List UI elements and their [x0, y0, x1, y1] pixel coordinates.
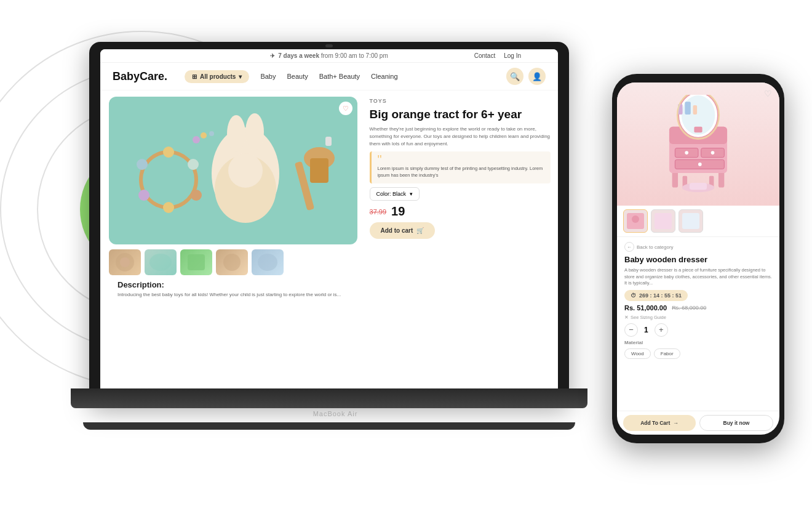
back-to-category-button[interactable]: ← Back to category [624, 242, 772, 252]
add-to-cart-button[interactable]: Add to cart 🛒 [370, 222, 436, 239]
svg-point-41 [685, 151, 688, 155]
phone-product-image: ♡ [617, 82, 779, 206]
schedule-icon: ✈ [270, 52, 275, 59]
svg-point-7 [228, 153, 263, 188]
svg-rect-26 [188, 254, 205, 270]
nav-cleaning[interactable]: Cleaning [371, 73, 397, 80]
phone-screen: ♡ ← Back to category Ba [617, 82, 779, 435]
thumbnail-1[interactable] [109, 249, 141, 275]
price-new-value: 19 [391, 204, 405, 218]
decrease-qty-button[interactable]: − [624, 323, 638, 337]
product-title: Big orange tract for 6+ year [370, 108, 551, 122]
laptop-bezel: ✈ 7 days a week from 9:00 am to 7:00 pm … [89, 42, 569, 405]
product-description: Whether they're just beginning to explor… [370, 126, 551, 148]
price-area: 37.99 19 [370, 204, 551, 219]
laptop-model-label: MacBook Air [313, 410, 358, 417]
topbar-contact-area: Contact Log In [474, 52, 521, 59]
product-category: TOYS [370, 98, 551, 104]
phone-bezel: ♡ ← Back to category Ba [612, 74, 784, 443]
wishlist-button[interactable]: ♡ [339, 102, 352, 115]
phone-price-row: Rs. 51,000.00 Rs. 68,000.00 [624, 304, 772, 312]
svg-rect-19 [325, 137, 332, 146]
arrow-right-icon: → [673, 420, 679, 426]
svg-point-12 [191, 190, 202, 201]
svg-rect-45 [685, 102, 690, 115]
contact-link[interactable]: Contact [474, 52, 495, 59]
sizing-text: See Sizing Guide [631, 315, 666, 320]
nav-bath-beauty[interactable]: Bath+ Beauty [319, 73, 360, 80]
product-thumbnails [109, 249, 357, 275]
thumbnail-5[interactable] [252, 249, 284, 275]
back-arrow-icon: ← [624, 242, 634, 252]
phone-product-description: A baby wooden dresser is a piece of furn… [624, 267, 772, 287]
phone-buy-label: Buy it now [723, 420, 750, 426]
svg-rect-52 [655, 213, 672, 229]
thumbnail-2[interactable] [145, 249, 177, 275]
description-section: Description: Introducing the best baby t… [109, 280, 357, 298]
quantity-value: 1 [644, 326, 648, 334]
material-wood[interactable]: Wood [624, 348, 651, 359]
topbar-highlight: 7 days a week [278, 52, 319, 59]
phone-product-body: ← Back to category Baby wooden dresser A… [617, 237, 779, 411]
phone-thumb-2[interactable] [651, 209, 675, 233]
laptop-device: ✈ 7 days a week from 9:00 am to 7:00 pm … [89, 42, 581, 473]
add-to-cart-label: Add to cart [381, 227, 413, 234]
svg-rect-53 [682, 213, 699, 229]
price-old: 37.99 [370, 208, 387, 215]
clock-icon: ⏱ [631, 292, 636, 299]
material-fabor[interactable]: Fabor [654, 348, 680, 359]
svg-point-43 [698, 163, 702, 166]
color-label: Color: Black [376, 191, 407, 197]
svg-point-2 [245, 113, 264, 150]
timer-value: 269 : 14 : 55 : 51 [639, 292, 682, 299]
phone-buy-now-button[interactable]: Buy it now [699, 415, 773, 431]
nav-beauty[interactable]: Beauty [287, 73, 308, 80]
phone-device: ♡ ← Back to category Ba [612, 74, 784, 443]
description-title: Description: [117, 280, 349, 289]
svg-point-21 [201, 132, 207, 139]
svg-rect-48 [690, 183, 707, 190]
svg-rect-17 [310, 158, 328, 183]
description-text: Introducing the best baby toys for all k… [117, 291, 349, 298]
color-dropdown[interactable]: Color: Black ▾ [370, 187, 420, 201]
site-logo: BabyCare. [113, 70, 167, 83]
material-tags: Wood Fabor [624, 348, 772, 359]
laptop-base-bottom [83, 422, 575, 430]
search-button[interactable]: 🔍 [506, 68, 523, 85]
nav-baby[interactable]: Baby [260, 73, 276, 80]
increase-qty-button[interactable]: + [655, 323, 668, 337]
all-products-dropdown[interactable]: ⊞ All products ▾ [185, 70, 249, 83]
svg-point-10 [163, 147, 174, 158]
svg-point-14 [138, 190, 149, 201]
svg-point-15 [137, 159, 148, 170]
dresser-illustration [658, 95, 738, 193]
site-main-content: ♡ [100, 91, 558, 400]
phone-wishlist-button[interactable]: ♡ [764, 89, 772, 99]
phone-add-to-cart-button[interactable]: Add To Cart → [623, 415, 696, 431]
laptop-screen: ✈ 7 days a week from 9:00 am to 7:00 pm … [100, 49, 558, 400]
phone-thumb-3[interactable] [679, 209, 703, 233]
svg-point-51 [632, 215, 639, 223]
product-images-section: ♡ [100, 91, 366, 400]
chevron-down-icon: ▾ [410, 191, 413, 197]
svg-point-13 [163, 202, 174, 213]
login-link[interactable]: Log In [504, 52, 521, 59]
svg-point-9 [141, 152, 196, 207]
thumbnail-4[interactable] [216, 249, 248, 275]
svg-point-20 [193, 136, 200, 143]
nav-icons: 🔍 👤 [506, 68, 546, 85]
account-button[interactable]: 👤 [528, 68, 546, 85]
phone-product-title: Baby wooden dresser [624, 255, 772, 264]
site-topbar: ✈ 7 days a week from 9:00 am to 7:00 pm … [100, 49, 558, 63]
svg-point-11 [188, 159, 199, 170]
sizing-guide-link[interactable]: ✕ See Sizing Guide [624, 315, 772, 320]
phone-thumb-1[interactable] [623, 209, 648, 233]
quantity-selector: − 1 + [624, 323, 772, 337]
product-countdown-timer: ⏱ 269 : 14 : 55 : 51 [624, 290, 688, 301]
svg-point-25 [149, 254, 172, 271]
svg-point-27 [223, 254, 241, 271]
back-label: Back to category [637, 244, 674, 250]
site-navbar: BabyCare. ⊞ All products ▾ Baby Beauty B… [100, 63, 558, 91]
phone-action-buttons: Add To Cart → Buy it now [617, 411, 779, 435]
thumbnail-3[interactable] [180, 249, 212, 275]
